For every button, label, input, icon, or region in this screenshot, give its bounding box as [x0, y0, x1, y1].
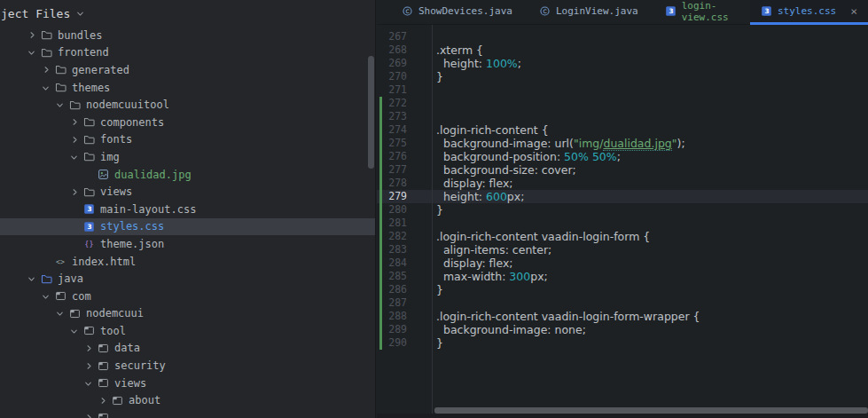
tree-row-partial[interactable] [0, 409, 375, 418]
chevron-expanded-icon[interactable] [39, 289, 53, 304]
tree-scrollbar[interactable] [368, 56, 374, 169]
tree-row-main-layout-css[interactable]: 3main-layout.css [0, 201, 375, 218]
code-token: .login-rich-content vaadin-login-form { [436, 230, 650, 243]
tree-row-com[interactable]: com [0, 288, 375, 305]
code-token: .xterm { [436, 43, 483, 57]
tree-row-themes[interactable]: themes [0, 79, 375, 97]
tab-styles-css[interactable]: 3styles.css× [750, 0, 868, 25]
line-number: 285 [377, 270, 407, 283]
chevron-collapsed-icon[interactable] [82, 341, 96, 355]
code-line[interactable]: display: flex; [434, 177, 868, 190]
tree-row-frontend[interactable]: frontend [0, 44, 375, 62]
code-line[interactable]: } [434, 283, 868, 296]
chevron-expanded-icon[interactable] [67, 150, 82, 164]
chevron-collapsed-icon[interactable] [67, 185, 82, 199]
tree-row-styles-css[interactable]: 3styles.css [0, 218, 375, 236]
code-line[interactable]: } [434, 203, 868, 217]
tree-row-nodemcuuitool[interactable]: nodemcuuitool [0, 96, 375, 114]
tree-row-nodemcuui[interactable]: nodemcuui [0, 305, 375, 323]
chevron-expanded-icon[interactable] [25, 272, 39, 286]
chevron-collapsed-icon[interactable] [67, 115, 82, 130]
chevron-collapsed-icon[interactable] [82, 411, 96, 418]
tab-showdevices-java[interactable]: CShowDevices.java [391, 0, 523, 25]
chevron-collapsed-icon[interactable] [39, 63, 53, 77]
code-line[interactable]: display: flex; [434, 256, 868, 270]
chevron-expanded-icon[interactable] [25, 45, 39, 59]
tree-item-label: generated [72, 64, 129, 76]
folder-icon [82, 151, 96, 163]
tab-label: styles.css [778, 5, 836, 17]
chevron-collapsed-icon[interactable] [67, 132, 82, 146]
code-line[interactable]: background-image: url("img/dualidad.jpg"… [434, 137, 868, 150]
code-line[interactable] [434, 97, 868, 110]
code-token: display: flex; [436, 256, 513, 270]
java-class-icon: C [402, 5, 413, 17]
tree-row-img[interactable]: img [0, 148, 375, 166]
chevron-expanded-icon[interactable] [53, 98, 67, 112]
tree-row-tool[interactable]: tool [0, 322, 375, 340]
code-line[interactable]: .login-rich-content { [434, 123, 868, 137]
chevron-expanded-icon[interactable] [82, 376, 96, 390]
tree-row-dualidad-jpg[interactable]: dualidad.jpg [0, 166, 375, 184]
chevron-expanded-icon[interactable] [53, 306, 67, 320]
code-line[interactable]: } [434, 336, 868, 350]
code-line[interactable] [434, 110, 868, 123]
tree-row-generated[interactable]: generated [0, 61, 375, 79]
code-line[interactable] [434, 296, 868, 310]
code-line[interactable]: .login-rich-content vaadin-login-form { [434, 230, 868, 243]
code-line[interactable]: } [434, 70, 868, 83]
code-token: .login-rich-content vaadin-login-form-wr… [436, 310, 700, 323]
tree-row-components[interactable]: components [0, 114, 375, 131]
code-editor[interactable]: 2672682692702712722732742752762772782792… [377, 25, 868, 418]
chevron-spacer [67, 237, 82, 251]
tree-item-label: img [100, 151, 120, 163]
tree-item-label: theme.json [100, 238, 164, 250]
code-line[interactable]: .login-rich-content vaadin-login-form-wr… [434, 310, 868, 323]
code-line[interactable] [434, 30, 868, 43]
chevron-down-icon[interactable] [75, 9, 85, 19]
chevron-collapsed-icon[interactable] [96, 393, 110, 407]
chevron-collapsed-icon[interactable] [25, 28, 39, 43]
tree-item-label: styles.css [100, 220, 164, 233]
code-line[interactable]: background-size: cover; [434, 163, 868, 177]
code-token: 600 [486, 190, 507, 203]
code-line[interactable]: align-items: center; [434, 243, 868, 256]
package-icon [96, 359, 110, 372]
code-line[interactable]: max-width: 300px; [434, 270, 868, 283]
tree-row-views[interactable]: views [0, 375, 375, 392]
tab-close-icon[interactable]: × [850, 5, 857, 17]
code-line[interactable]: background-image: none; [434, 323, 868, 336]
tree-row-java[interactable]: java [0, 270, 375, 288]
tree-row-index-html[interactable]: <>index.html [0, 253, 375, 271]
code-line[interactable] [434, 217, 868, 230]
code-token: max-width: [436, 270, 509, 283]
tree-item-label: bundles [58, 29, 103, 42]
svg-text:3: 3 [87, 206, 91, 214]
line-numbers: 2672682692702712722732742752762772782792… [377, 30, 407, 350]
tree-row-theme-json[interactable]: {}theme.json [0, 235, 375, 253]
tree-row-security[interactable]: security [0, 357, 375, 375]
chevron-expanded-icon[interactable] [67, 324, 82, 338]
code-line[interactable]: height: 100%; [434, 57, 868, 70]
project-view-header[interactable]: ject Files [0, 0, 375, 27]
code-line[interactable]: height: 600px; [434, 190, 868, 203]
chevron-expanded-icon[interactable] [39, 81, 53, 95]
code-line[interactable]: .xterm { [434, 43, 868, 57]
code-line[interactable] [434, 83, 868, 97]
editor-gutter: 2672682692702712722732742752762772782792… [377, 25, 433, 418]
tree-row-data[interactable]: data [0, 340, 375, 358]
line-number: 267 [377, 30, 407, 43]
tree-row-fonts[interactable]: fonts [0, 131, 375, 149]
code-line[interactable]: background-position: 50% 50%; [434, 150, 868, 163]
tree-row-views[interactable]: views [0, 183, 375, 201]
tab-login-view-css[interactable]: 3login-view.css [654, 0, 745, 25]
chevron-collapsed-icon[interactable] [82, 359, 96, 373]
editor-horizontal-scrollbar[interactable] [434, 407, 868, 414]
tab-loginview-java[interactable]: CLoginView.java [528, 0, 649, 25]
code-token: height: [436, 57, 486, 70]
tree-row-bundles[interactable]: bundles [0, 27, 375, 44]
folder-icon [53, 82, 67, 94]
line-number: 272 [377, 97, 407, 110]
file-reference-link[interactable]: dualidad.jpg [603, 137, 671, 151]
tree-row-about[interactable]: about [0, 391, 375, 409]
